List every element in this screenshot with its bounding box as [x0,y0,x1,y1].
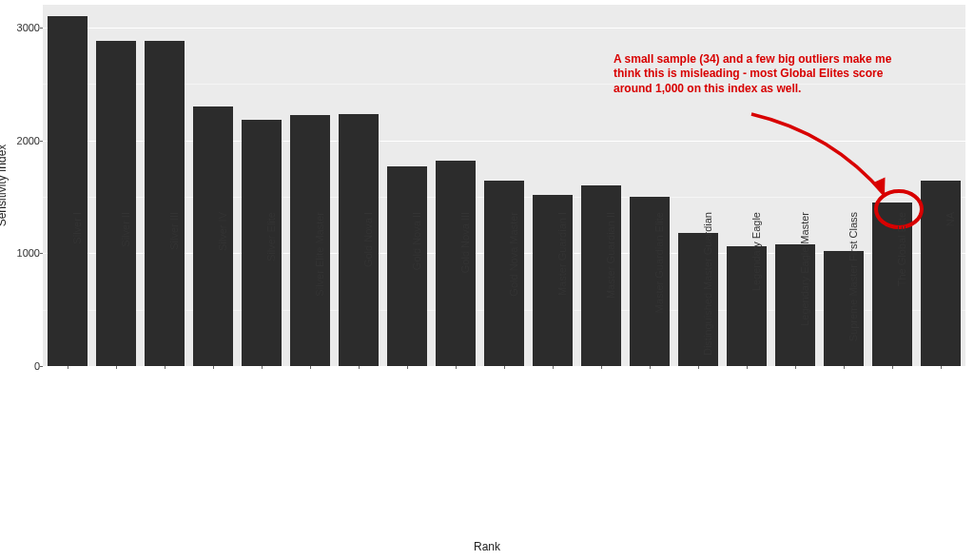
x-tick-label: Silver II [120,212,131,374]
y-tick-mark [40,141,43,142]
y-tick-label: 0 [2,360,40,372]
x-axis-label: Rank [0,540,974,553]
x-tick-mark [68,366,68,369]
x-tick-mark [262,366,263,369]
x-tick-mark [601,366,602,369]
x-tick-mark [747,366,748,369]
gridline-major [43,28,965,29]
x-tick-mark [941,366,942,369]
x-tick-mark [504,366,505,369]
y-axis-label: Sensitivity Index [0,145,9,227]
x-tick-label: Legendary Eagle [750,212,762,374]
x-tick-mark [116,366,117,369]
x-tick-mark [213,366,214,369]
x-tick-label: Gold Nova III [459,212,471,374]
x-tick-label: Master Guardian I [556,212,568,374]
y-tick-label: 3000 [2,22,40,33]
x-tick-mark [165,366,166,369]
x-tick-label: Gold Nova Master [508,212,519,374]
x-tick-mark [844,366,845,369]
x-tick-mark [359,366,360,369]
y-tick-mark [40,366,43,367]
x-tick-mark [553,366,554,369]
x-tick-label: Master Guardian II [605,212,616,374]
x-tick-label: Silver Elite [265,212,277,374]
x-tick-mark [407,366,408,369]
x-tick-label: Silver Elite Master [314,212,325,374]
x-tick-label: Supreme Master First Class [847,212,859,374]
x-tick-mark [795,366,796,369]
x-tick-label: Distinguished Master Guardian [702,212,713,374]
x-tick-label: The Global Elite [896,212,907,374]
x-tick-label: Silver IV [217,212,228,374]
chart-container: Sensitivity Index Rank A small sample (3… [0,0,974,560]
x-tick-label: Silver I [71,212,83,374]
x-tick-label: Master Guardian Elite [653,212,665,374]
x-tick-label: Silver III [168,212,180,374]
y-tick-label: 2000 [2,135,40,146]
x-tick-label: Legendary Eagle Master [799,212,810,374]
x-tick-mark [892,366,893,369]
x-tick-mark [698,366,699,369]
y-tick-mark [40,28,43,29]
annotation-text: A small sample (34) and a few big outlie… [614,52,899,96]
x-tick-label: NA [945,212,956,374]
y-tick-label: 1000 [2,247,40,259]
x-tick-mark [650,366,651,369]
x-tick-mark [456,366,457,369]
x-tick-label: Gold Nova I [362,212,374,374]
x-tick-mark [310,366,311,369]
y-tick-mark [40,253,43,254]
x-tick-label: Gold Nova II [411,212,422,374]
